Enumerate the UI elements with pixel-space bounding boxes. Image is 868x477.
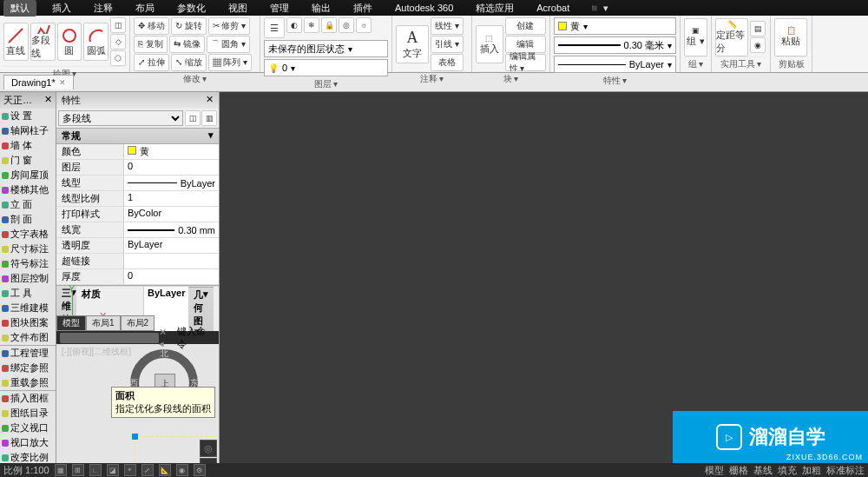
left-item[interactable]: 立 面 <box>0 197 56 212</box>
canvas-hscroll[interactable]: ✕ ◂ 键入命令 <box>56 331 219 344</box>
layout-tab-model[interactable]: 模型 <box>56 315 86 331</box>
status-right-0[interactable]: 模型 <box>705 464 724 477</box>
status-right-2[interactable]: 基线 <box>753 464 773 477</box>
layout-tab-1[interactable]: 布局1 <box>86 315 121 331</box>
prop-btn-1[interactable]: ◫ <box>185 110 201 126</box>
command-input[interactable]: 键入命令 <box>177 325 214 351</box>
section-general[interactable]: 常规▾ <box>56 128 219 144</box>
left-item[interactable]: 工程管理 <box>0 346 56 361</box>
left-item[interactable]: 设 置 <box>0 109 56 123</box>
modify-move[interactable]: ✥ 移动 <box>134 17 169 35</box>
status-icon-6[interactable]: ⤢ <box>141 464 154 476</box>
left-item[interactable]: 图层控制 <box>0 271 56 286</box>
draw-polyline-button[interactable]: 多段线 <box>30 23 56 61</box>
title-tab-1[interactable]: 插入 <box>45 0 78 17</box>
draw-line-button[interactable]: 直线 <box>3 23 29 61</box>
status-icon-1[interactable]: ▦ <box>55 464 67 476</box>
status-right-1[interactable]: 栅格 <box>729 464 748 477</box>
measure-button[interactable]: 📏定距等分 <box>715 18 748 56</box>
status-scale[interactable]: 比例 1:100 <box>3 464 49 477</box>
layer-b4[interactable]: ◎ <box>339 17 354 33</box>
left-item[interactable]: 楼梯其他 <box>0 182 56 197</box>
modify-stretch[interactable]: ⤢ 拉伸 <box>134 54 169 71</box>
grip-tl[interactable] <box>132 434 138 440</box>
title-tab-0[interactable]: 默认 <box>3 0 36 17</box>
left-item[interactable]: 房间屋顶 <box>0 168 56 182</box>
prop-thick[interactable]: 0 <box>124 269 219 284</box>
prop-color-select[interactable]: 黄 ▾ <box>554 17 676 35</box>
modify-fillet[interactable]: ⌒ 圆角 ▾ <box>207 36 251 53</box>
annot-leader[interactable]: 引线 ▾ <box>431 36 464 53</box>
block-edit-attr[interactable]: 编辑属性 ▾ <box>505 54 546 71</box>
layer-state-select[interactable]: 未保存的图层状态 ▾ <box>264 40 388 57</box>
title-tab-5[interactable]: 视图 <box>221 0 254 17</box>
modify-mirror[interactable]: ⇆ 镜像 <box>169 36 205 53</box>
left-item[interactable]: 门 窗 <box>0 153 56 168</box>
layer-b2[interactable]: ❄ <box>304 17 319 33</box>
status-icon-8[interactable]: ◉ <box>176 464 188 476</box>
status-icon-3[interactable]: ∟ <box>89 464 102 476</box>
prop-btn-2[interactable]: ▥ <box>201 110 217 126</box>
prop-layer[interactable]: 0 <box>124 160 219 175</box>
doc-tab-1[interactable]: Drawing1* ✕ <box>3 75 74 89</box>
close-icon[interactable]: ✕ <box>59 78 66 87</box>
prop-lt-select[interactable]: ByLayer ▾ <box>554 56 676 73</box>
modify-scale[interactable]: ⤡ 缩放 <box>171 54 207 71</box>
layout-tab-2[interactable]: 布局2 <box>121 315 155 331</box>
prop-lw-select[interactable]: 0.30 毫米 ▾ <box>554 36 676 54</box>
draw-extra-1[interactable]: ◫ <box>110 17 126 33</box>
nav-wheel[interactable]: ◎ <box>200 440 217 457</box>
prop-lw[interactable]: 0.30 mm <box>124 222 219 237</box>
title-tab-4[interactable]: 参数化 <box>170 0 213 17</box>
view-label[interactable]: [-][俯视][二维线框] <box>62 346 131 358</box>
left-item[interactable]: 符号标注 <box>0 256 56 271</box>
annot-text-button[interactable]: A文字 <box>396 25 429 63</box>
scroll-thumb[interactable] <box>60 333 159 343</box>
prop-pstyle[interactable]: ByColor <box>124 207 219 222</box>
layer-b3[interactable]: 🔒 <box>321 17 337 33</box>
annot-table[interactable]: 表格 <box>431 54 464 71</box>
block-insert-button[interactable]: ⬚插入 <box>476 25 503 63</box>
status-icon-5[interactable]: ⌖ <box>124 464 136 476</box>
status-icon-4[interactable]: ◪ <box>107 464 119 476</box>
status-right-5[interactable]: 标准标注 <box>826 464 865 477</box>
left-item[interactable]: 绑定参照 <box>0 361 56 375</box>
util-b1[interactable]: ▤ <box>750 21 766 36</box>
layer-b1[interactable]: ◐ <box>286 17 302 33</box>
left-item[interactable]: 文件布图 <box>0 330 56 345</box>
status-right-3[interactable]: 填充 <box>778 464 797 477</box>
left-item[interactable]: 文字表格 <box>0 227 56 242</box>
left-item[interactable]: 图纸目录 <box>0 406 56 421</box>
annot-linear[interactable]: 线性 ▾ <box>431 17 464 35</box>
left-item[interactable]: 三维建模 <box>0 301 56 315</box>
left-item[interactable]: 定义视口 <box>0 421 56 435</box>
modify-trim[interactable]: ✂ 修剪 ▾ <box>208 17 251 35</box>
title-tab-7[interactable]: 输出 <box>305 0 338 17</box>
left-item[interactable]: 插入图框 <box>0 391 56 406</box>
group-button[interactable]: ▣组 ▾ <box>684 18 707 56</box>
left-item[interactable]: 视口放大 <box>0 435 56 450</box>
title-tab-8[interactable]: 插件 <box>346 0 379 17</box>
prop-lscale[interactable]: 1 <box>124 191 219 206</box>
left-item[interactable]: 工 具 <box>0 286 56 301</box>
left-item[interactable]: 图块图案 <box>0 315 56 330</box>
layer-b5[interactable]: ☼ <box>356 17 372 33</box>
title-tab-10[interactable]: 精选应用 <box>469 0 521 17</box>
status-icon-7[interactable]: 📐 <box>159 464 171 476</box>
modify-copy[interactable]: ⎘ 复制 <box>134 36 168 53</box>
draw-circle-button[interactable]: 圆 <box>57 23 82 61</box>
title-tab-11[interactable]: Acrobat <box>529 1 576 15</box>
prop-hyper[interactable] <box>124 254 219 268</box>
block-create[interactable]: 创建 <box>505 17 546 35</box>
modify-rotate[interactable]: ↻ 旋转 <box>171 17 207 35</box>
status-icon-2[interactable]: ⊞ <box>72 464 84 476</box>
left-item[interactable]: 剖 面 <box>0 212 56 227</box>
left-item[interactable]: 墙 体 <box>0 138 56 153</box>
title-tab-3[interactable]: 布局 <box>128 0 161 17</box>
draw-extra-3[interactable]: ⬡ <box>110 50 126 66</box>
layer-props-button[interactable]: ☰ <box>264 17 285 38</box>
prop-trans[interactable]: ByLayer <box>124 238 219 253</box>
entity-type-select[interactable]: 多段线 <box>58 110 183 126</box>
status-icon-9[interactable]: ⚙ <box>194 464 206 476</box>
paste-button[interactable]: 📋粘贴 <box>774 18 807 56</box>
